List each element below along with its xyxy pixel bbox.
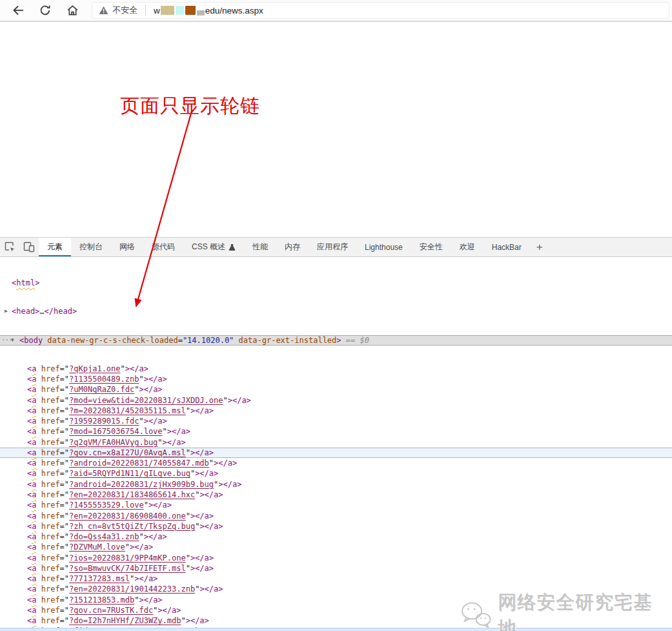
inspect-element-button[interactable] xyxy=(0,238,19,256)
href-link: ?zh_cn=8vt5tQiZt/TkspZq.bug xyxy=(69,522,195,531)
code-token xyxy=(36,606,41,615)
code-token: ></a> xyxy=(186,616,209,625)
dom-node-head[interactable]: ▶<head>…</head> xyxy=(0,306,672,316)
code-token: ></a> xyxy=(199,490,223,499)
dom-node-anchor[interactable]: <a href="?77137283.msl"></a> xyxy=(0,574,672,584)
tab-元素[interactable]: 元素 xyxy=(39,238,71,256)
attr-name: href xyxy=(41,406,60,415)
back-button[interactable] xyxy=(9,1,27,19)
code-token: ></a> xyxy=(144,375,167,384)
dom-node-anchor[interactable]: <a href="?en=20220831/1834865614.hxc"></… xyxy=(0,490,672,500)
dom-node-anchor[interactable]: <a href="?android=20220831/74055847.mdb"… xyxy=(0,458,672,468)
dom-node-anchor[interactable]: <a href="?aid=5RQYPd1N11/gILgve.bug"></a… xyxy=(0,468,672,479)
dom-node-anchor[interactable]: <a href="?android=20220831/zjHx909b9.bug… xyxy=(0,479,672,490)
flask-icon xyxy=(229,243,236,251)
collapsed-triangle-icon[interactable]: ▶ xyxy=(5,306,8,316)
code-token: ></a> xyxy=(228,396,251,405)
code-token: ></a> xyxy=(190,553,214,563)
dom-node-anchor[interactable]: <a href="?do=I2h7nHYHf/ZU3WZy.mdb"></a> xyxy=(0,615,672,626)
dom-node-anchor[interactable]: <a href="?mod=view&tid=20220831/sJXDDJ.o… xyxy=(0,395,672,406)
code-token: ></a> xyxy=(195,469,218,478)
dom-node-anchor[interactable]: <a href="?151213853.mdb"></a> xyxy=(0,595,672,605)
attr-name: href xyxy=(41,574,60,583)
code-token: ></a> xyxy=(163,438,186,447)
href-link: ?android=20220831/zjHx909b9.bug xyxy=(69,480,214,489)
dom-node-anchor[interactable]: <a href="?mod=1675036754.love"></a> xyxy=(0,426,672,437)
tab-应用程序[interactable]: 应用程序 xyxy=(309,238,356,256)
device-emulation-icon xyxy=(23,242,35,253)
href-link: ?mod=1675036754.love xyxy=(69,427,163,436)
tab-性能[interactable]: 性能 xyxy=(244,238,276,256)
code-token: " xyxy=(186,564,190,573)
dom-node-anchor[interactable]: <a href="?DZVMuM.love"></a> xyxy=(0,542,672,552)
code-token: ></a> xyxy=(125,364,148,373)
dom-node-anchor[interactable]: <a href="?1135500489.znb"></a> xyxy=(0,374,672,384)
tab-label: 元素 xyxy=(47,242,63,253)
devtools-panel: 元素控制台网络源代码CSS 概述性能内存应用程序Lighthouse安全性欢迎H… xyxy=(0,237,672,631)
address-bar[interactable]: 不安全 wedu/news.aspx xyxy=(92,2,669,19)
code-token: =" xyxy=(60,606,69,615)
code-token: =" xyxy=(60,595,69,605)
tab-控制台[interactable]: 控制台 xyxy=(71,238,111,256)
code-token: =" xyxy=(60,490,69,499)
dom-node-anchor[interactable]: <a href="?en=20220831/86908400.one"></a> xyxy=(0,511,672,521)
dom-node-anchor[interactable]: <a href="?m=20220831/452035115.msl"></a> xyxy=(0,406,672,416)
tab-网络[interactable]: 网络 xyxy=(111,238,143,256)
dom-node-anchor[interactable]: <a href="?1455553529.love"></a> xyxy=(0,500,672,510)
dom-node-anchor[interactable]: <a href="?1959289015.fdc"></a> xyxy=(0,416,672,426)
dom-node-anchor[interactable]: <a href="?q2qVM/FA0HAVyg.bug"></a> xyxy=(0,437,672,448)
attr-name: href xyxy=(41,417,60,426)
code-token: " xyxy=(186,448,190,457)
dom-node-anchor[interactable]: <a href="?do=Qss4a31.znb"></a> xyxy=(0,532,672,542)
divider xyxy=(145,5,146,16)
dom-node-anchor[interactable]: <a href="?gov.cn=x8aI27U/0AvqA.msl"></a> xyxy=(0,448,672,458)
dom-node-anchor[interactable]: <a href="?ios=20220831/9PP4mKP.one"></a> xyxy=(0,553,672,563)
code-token: " xyxy=(163,427,167,436)
refresh-button[interactable] xyxy=(36,1,54,19)
dom-node-body-selected[interactable]: ···▼<body data-new-gr-c-s-check-loaded="… xyxy=(0,335,672,346)
device-toolbar-button[interactable] xyxy=(19,238,39,256)
browser-toolbar: 不安全 wedu/news.aspx xyxy=(0,0,672,22)
href-link: ?qKpja1.one xyxy=(69,364,120,373)
code-token: =" xyxy=(60,584,69,594)
dom-node-html[interactable]: <html> xyxy=(0,278,672,288)
code-token xyxy=(36,564,41,573)
expanded-triangle-icon[interactable]: ▼ xyxy=(11,335,14,346)
dom-node-anchor[interactable]: <a href="?zh_cn=8vt5tQiZt/TkspZq.bug"></… xyxy=(0,521,672,532)
attr-name: href xyxy=(41,606,60,615)
back-arrow-icon xyxy=(12,5,25,16)
href-link: ?uM0NgRaZ0.fdc xyxy=(69,385,134,394)
code-token xyxy=(36,396,41,405)
code-token xyxy=(36,406,41,415)
attr-name: href xyxy=(41,532,60,541)
code-token: ></a> xyxy=(139,385,162,394)
tab-Lighthouse[interactable]: Lighthouse xyxy=(356,238,411,256)
code-token: ></a> xyxy=(148,501,172,510)
dom-node-anchor[interactable]: <a href="?so=BmwuvCK/74b7IFETF.msl"></a> xyxy=(0,563,672,574)
tab-label: 网络 xyxy=(119,242,135,253)
tab-CSS 概述[interactable]: CSS 概述 xyxy=(183,238,244,256)
tab-HackBar[interactable]: HackBar xyxy=(484,238,530,256)
not-secure-warning-icon xyxy=(99,6,108,15)
code-token: " xyxy=(223,396,227,405)
code-token: " xyxy=(186,553,190,563)
more-tabs-button[interactable]: + xyxy=(530,238,549,256)
code-token: =" xyxy=(60,448,69,457)
code-token xyxy=(36,584,41,594)
tab-欢迎[interactable]: 欢迎 xyxy=(451,238,484,256)
dom-node-anchor[interactable]: <a href="?en=20220831/1901442233.znb"></… xyxy=(0,584,672,594)
dom-node-anchor[interactable]: <a href="?gov.cn=7RUsTK.fdc"></a> xyxy=(0,605,672,615)
code-token xyxy=(36,616,41,625)
tab-安全性[interactable]: 安全性 xyxy=(411,238,451,256)
code-token: ></a> xyxy=(158,606,181,615)
dom-node-anchor[interactable]: <a href="?qKpja1.one"></a> xyxy=(0,364,672,374)
attr-name: href xyxy=(41,427,60,436)
home-button[interactable] xyxy=(63,1,81,19)
code-token: ></a> xyxy=(190,512,214,521)
code-token xyxy=(36,385,41,394)
href-link: ?so=BmwuvCK/74b7IFETF.msl xyxy=(69,564,186,573)
code-token xyxy=(36,438,41,447)
tab-内存[interactable]: 内存 xyxy=(276,238,309,256)
tab-源代码[interactable]: 源代码 xyxy=(143,238,183,256)
dom-node-anchor[interactable]: <a href="?uM0NgRaZ0.fdc"></a> xyxy=(0,384,672,395)
